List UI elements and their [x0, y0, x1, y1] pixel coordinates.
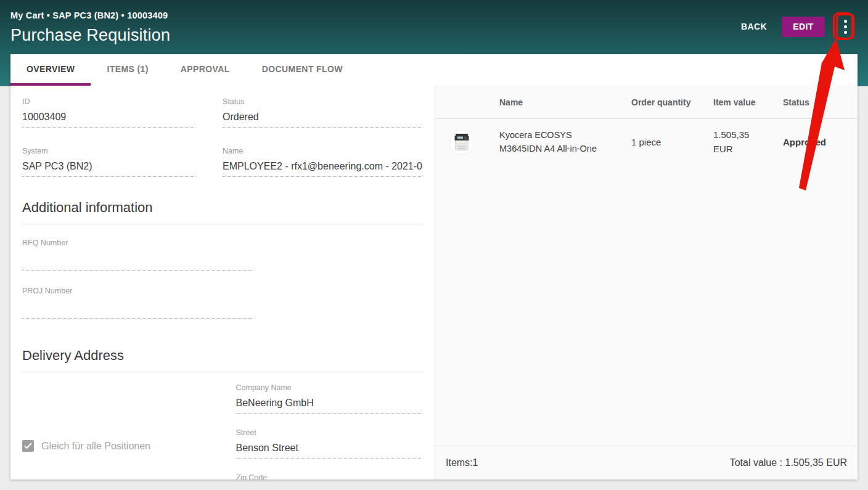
- overview-panel: ID 10003409 Status Ordered System SAP PC…: [10, 86, 435, 480]
- field-proj-label: PROJ Number: [22, 287, 253, 295]
- items-panel: Name Order quantity Item value Status: [435, 86, 858, 480]
- requisition-card: OVERVIEW ITEMS (1) APPROVAL DOCUMENT FLO…: [10, 54, 858, 480]
- kebab-vertical-icon: [844, 31, 847, 34]
- field-rfq-number: RFQ Number: [22, 239, 253, 271]
- breadcrumb: My Cart • SAP PC3 (BN2) • 10003409: [10, 10, 168, 20]
- field-status: Status Ordered: [223, 97, 422, 128]
- column-header-status: Status: [783, 97, 858, 107]
- tab-bar: OVERVIEW ITEMS (1) APPROVAL DOCUMENT FLO…: [10, 54, 858, 86]
- field-street: Street Benson Street: [236, 428, 423, 459]
- tab-items[interactable]: ITEMS (1): [91, 54, 164, 86]
- field-id-label: ID: [22, 97, 195, 106]
- column-header-name: Name: [499, 97, 631, 107]
- field-system-label: System: [22, 147, 195, 155]
- field-system: System SAP PC3 (BN2): [22, 147, 195, 177]
- kebab-vertical-icon: [844, 20, 847, 23]
- items-summary-bar: Items:1 Total value : 1.505,35 EUR: [435, 446, 858, 480]
- kebab-menu-button[interactable]: [836, 14, 854, 39]
- field-rfq-label: RFQ Number: [22, 239, 253, 247]
- product-name: Kyocera ECOSYS M3645IDN A4 All-in-One: [499, 129, 631, 155]
- field-status-label: Status: [223, 97, 422, 106]
- printer-image: [454, 133, 470, 152]
- items-table-header: Name Order quantity Item value Status: [435, 86, 858, 119]
- field-rfq-input[interactable]: [22, 247, 253, 271]
- same-address-checkbox-row: Gleich für alle Positionen: [22, 388, 209, 480]
- additional-information-title: Additional information: [22, 200, 422, 224]
- status-badge: Approved: [783, 137, 858, 147]
- field-street-label: Street: [236, 428, 423, 437]
- column-header-item-value: Item value: [713, 97, 783, 107]
- field-zip-label: Zip Code: [236, 473, 423, 480]
- field-proj-number: PROJ Number: [22, 287, 253, 319]
- product-thumbnail[interactable]: [450, 131, 473, 154]
- delivery-address-title: Delivery Address: [22, 348, 422, 372]
- order-quantity-value: 1 piece: [631, 137, 713, 147]
- check-icon: [24, 443, 32, 449]
- item-value: 1.505,35 EUR: [713, 128, 763, 156]
- field-system-value[interactable]: SAP PC3 (BN2): [22, 161, 195, 177]
- tab-overview[interactable]: OVERVIEW: [10, 54, 91, 86]
- field-name-label: Name: [223, 147, 422, 155]
- kebab-vertical-icon: [844, 25, 847, 28]
- table-row[interactable]: Kyocera ECOSYS M3645IDN A4 All-in-One 1 …: [435, 119, 858, 165]
- back-button[interactable]: BACK: [741, 22, 767, 31]
- field-name-value[interactable]: EMPLOYEE2 - rfx1@beneering.com - 2021-0: [223, 161, 422, 177]
- field-company-value[interactable]: BeNeering GmbH: [236, 398, 423, 414]
- same-address-checkbox[interactable]: [22, 440, 34, 452]
- header-actions: BACK EDIT: [741, 16, 854, 37]
- field-company-label: Company Name: [236, 383, 423, 392]
- field-name: Name EMPLOYEE2 - rfx1@beneering.com - 20…: [223, 147, 422, 177]
- total-value: Total value : 1.505,35 EUR: [730, 457, 847, 468]
- tab-approval[interactable]: APPROVAL: [165, 54, 246, 86]
- field-zip-code: Zip Code 81737: [236, 473, 423, 480]
- field-company-name: Company Name BeNeering GmbH: [236, 383, 423, 414]
- field-id-value[interactable]: 10003409: [22, 112, 195, 128]
- page-title: Purchase Requisition: [10, 26, 170, 45]
- field-status-value[interactable]: Ordered: [223, 112, 422, 128]
- column-header-order-quantity: Order quantity: [631, 97, 713, 107]
- items-count: Items:1: [446, 457, 478, 468]
- same-address-checkbox-label: Gleich für alle Positionen: [41, 441, 150, 452]
- tab-document-flow[interactable]: DOCUMENT FLOW: [246, 54, 359, 86]
- field-street-value[interactable]: Benson Street: [236, 443, 423, 459]
- field-proj-input[interactable]: [22, 295, 253, 319]
- edit-button[interactable]: EDIT: [782, 17, 825, 37]
- field-id: ID 10003409: [22, 97, 195, 128]
